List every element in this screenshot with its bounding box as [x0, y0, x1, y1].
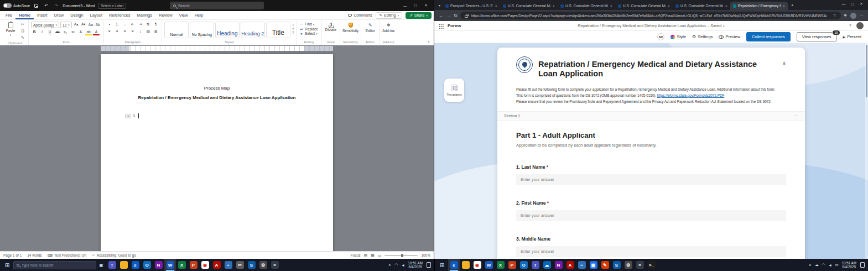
answer-input[interactable]: Enter your answer — [516, 174, 786, 185]
menu-home[interactable]: Home — [15, 12, 34, 19]
url-bar[interactable]: https://forms.office.com/Pages/DesignPag… — [460, 12, 841, 19]
browser-tab[interactable]: U.S. Consulate General Melbou✕ — [673, 2, 730, 10]
forward-icon[interactable]: → — [446, 13, 451, 18]
photos-icon[interactable]: ▣ — [588, 259, 599, 271]
copilot-icon[interactable]: ✦ — [125, 114, 131, 118]
menu-file[interactable]: File — [2, 12, 15, 19]
wifi-icon[interactable]: ◠ — [821, 263, 825, 267]
tab-search-icon[interactable]: ▾ — [436, 3, 443, 10]
word-count[interactable]: 14 words — [27, 253, 41, 257]
align-center-icon[interactable]: ≡ — [114, 29, 121, 35]
sensitivity-label-button[interactable]: Select a Label — [98, 3, 126, 9]
menu-draw[interactable]: Draw — [51, 12, 67, 19]
account-avatar[interactable] — [856, 22, 864, 29]
refresh-icon[interactable]: ↻ — [454, 13, 458, 18]
settings-button[interactable]: ⚙Settings — [692, 34, 713, 39]
zoom-slider[interactable] — [384, 255, 418, 256]
teams-icon[interactable]: T — [106, 259, 118, 271]
decrease-indent-icon[interactable]: ⇤ — [129, 22, 136, 28]
menu-help[interactable]: Help — [191, 12, 206, 19]
print-layout-icon[interactable]: ▦ — [371, 253, 375, 258]
battery-icon[interactable]: ▭ — [834, 263, 839, 267]
zoom-level[interactable]: 100% — [421, 253, 430, 257]
gallery-up-icon[interactable]: ▴ — [293, 23, 294, 26]
present-button[interactable]: ▶Present — [843, 34, 861, 39]
tab-close-icon[interactable]: ✕ — [552, 4, 555, 8]
scrollbar-thumb[interactable] — [866, 45, 867, 97]
sort-icon[interactable]: ⇅ — [145, 22, 152, 28]
section-header[interactable]: Section 1 ⋯ — [497, 111, 805, 121]
notification-center-icon[interactable] — [427, 262, 431, 268]
tab-close-icon[interactable]: ✕ — [782, 4, 785, 8]
outlook-icon[interactable]: O — [141, 259, 153, 271]
edge-icon[interactable]: e — [129, 259, 141, 271]
app-launcher-icon[interactable] — [439, 23, 444, 29]
notepad-icon[interactable]: ≡ — [576, 259, 588, 271]
find-button[interactable]: ◌Find▾ — [299, 22, 319, 26]
style-no-spacing[interactable]: No Spacing — [190, 22, 214, 38]
numbering-icon[interactable]: 1. — [114, 22, 121, 28]
settings-icon[interactable]: ⚙ — [622, 259, 634, 271]
collapse-ribbon-icon[interactable]: ∧ — [425, 39, 433, 45]
part-description[interactable]: Application to be completed by each adul… — [516, 143, 786, 148]
menu-review[interactable]: Review — [155, 12, 176, 19]
word-search-box[interactable]: Search — [170, 2, 264, 9]
form-question[interactable]: 3. Middle Name Enter your answer — [516, 236, 786, 257]
file-explorer-icon[interactable] — [460, 259, 471, 271]
preview-button[interactable]: Preview — [719, 34, 740, 39]
answer-input[interactable]: Enter your answer — [516, 246, 786, 257]
accessibility-status[interactable]: ✓Accessibility: Good to go — [92, 253, 136, 258]
word-ruler[interactable] — [0, 45, 434, 51]
select-button[interactable]: ➤Select▾ — [299, 32, 319, 35]
text-effects-icon[interactable]: A — [77, 29, 84, 35]
extensions-icon[interactable]: ❖ — [844, 13, 847, 18]
justify-icon[interactable]: ≡ — [129, 29, 136, 35]
text-highlight-icon[interactable]: ab — [85, 29, 92, 35]
zoom-slider-knob[interactable] — [401, 254, 403, 257]
store-icon[interactable]: S — [611, 259, 622, 271]
menu-insert[interactable]: Insert — [34, 12, 51, 19]
tab-close-icon[interactable]: ✕ — [667, 4, 670, 8]
word-icon[interactable]: W — [483, 259, 495, 271]
autosave-toggle[interactable]: AutoSave — [3, 3, 30, 8]
style-normal[interactable]: Normal — [164, 22, 189, 38]
tray-chevron-icon[interactable]: ∧ — [808, 263, 812, 267]
style-button[interactable]: Style — [671, 34, 686, 39]
menu-view[interactable]: View — [176, 12, 191, 19]
minimize-icon[interactable]: — — [401, 2, 409, 9]
browser-tab[interactable]: U.S. Consulate General Melbou✕ — [558, 2, 615, 10]
notepad-icon[interactable]: ≡ — [222, 259, 234, 271]
read-mode-icon[interactable]: ▤ — [364, 253, 368, 258]
multilevel-list-icon[interactable]: ⋮ — [122, 22, 128, 28]
superscript-icon[interactable]: x² — [70, 29, 76, 35]
branching-icon[interactable]: ⋔ — [782, 56, 786, 66]
form-question[interactable]: 1. Last Name * Enter your answer — [516, 164, 786, 185]
notification-center-icon[interactable] — [860, 262, 865, 268]
page-scrollbar[interactable] — [865, 43, 868, 259]
volume-icon[interactable]: ◄ — [401, 263, 405, 267]
pilcrow-icon[interactable]: ¶ — [153, 22, 159, 28]
outlook-icon[interactable]: O — [518, 259, 529, 271]
settings-icon[interactable]: ⚙ — [257, 259, 269, 271]
font-color-icon[interactable]: A — [93, 29, 100, 35]
tab-close-icon[interactable]: ✕ — [610, 4, 612, 8]
change-case-icon[interactable]: Aa — [87, 22, 94, 28]
copy-icon[interactable]: ❏ — [19, 28, 26, 34]
form-link[interactable]: https://eforms.state.gov/Forms/ds3072.PD… — [657, 93, 725, 97]
collect-responses-button[interactable]: Collect responses — [746, 32, 791, 41]
chrome-icon[interactable]: ◉ — [471, 259, 483, 271]
edge-icon[interactable]: e — [448, 259, 460, 271]
strikethrough-icon[interactable]: ab — [54, 29, 61, 35]
text-predictions-status[interactable]: ⌨Text Predictions: On — [48, 253, 87, 258]
form-question[interactable]: 2. First Name * Enter your answer — [516, 200, 786, 221]
minimize-icon[interactable]: — — [839, 0, 848, 8]
maximize-icon[interactable]: ▢ — [411, 2, 420, 9]
replace-button[interactable]: ⇄Replace — [299, 27, 319, 31]
browser-menu-icon[interactable]: ⋯ — [860, 13, 864, 18]
bullets-icon[interactable]: • — [106, 22, 113, 28]
paint-icon[interactable]: ✎ — [599, 259, 611, 271]
tab-close-icon[interactable]: ✕ — [725, 4, 727, 8]
close-icon[interactable]: ✕ — [422, 2, 430, 9]
section-menu-icon[interactable]: ⋯ — [794, 114, 798, 118]
calculator-icon[interactable]: = — [634, 259, 646, 271]
